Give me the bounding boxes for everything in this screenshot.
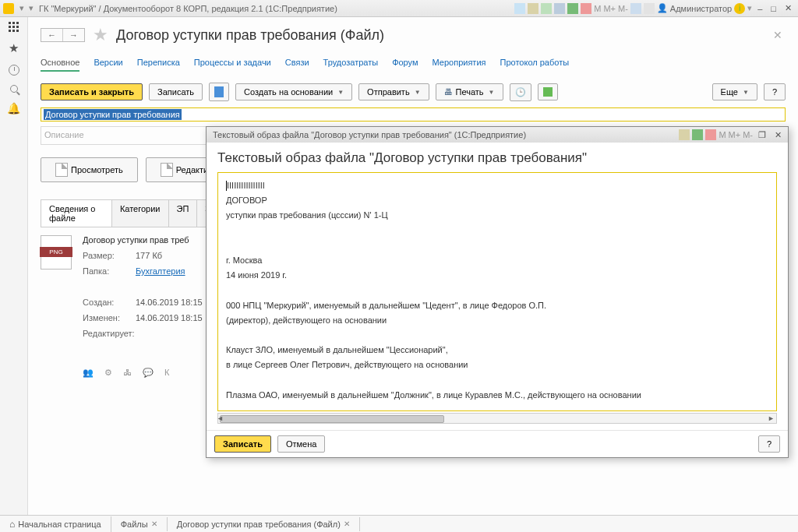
page-close-button[interactable]: ✕ [770, 26, 786, 44]
modal-heading: Текстовый образ файла "Договор уступки п… [217, 150, 777, 166]
section-tabs: Основное Версии Переписка Процессы и зад… [41, 55, 786, 72]
clock-icon[interactable] [630, 3, 641, 14]
folder-label: Папка: [83, 266, 129, 276]
app-titlebar: ▾▾ ГК "Меркурий" / Документооборот 8 КОР… [0, 0, 798, 17]
text-editor[interactable]: IIIIIIIIIIIIIIII ДОГОВОР уступки прав тр… [217, 172, 777, 411]
info-icon[interactable]: i [734, 3, 745, 14]
k-icon[interactable]: К [164, 368, 169, 378]
view-button[interactable]: Просмотреть [41, 157, 138, 182]
tab-file-info[interactable]: Сведения о файле [41, 200, 112, 227]
tab-processes[interactable]: Процессы и задачи [194, 55, 271, 72]
name-input[interactable]: Договор уступки прав требования [41, 107, 786, 122]
modal-folder-icon[interactable] [679, 129, 690, 140]
page-title: Договор уступки прав требования (Файл) [116, 27, 384, 44]
modal-calendar-icon[interactable] [692, 129, 703, 140]
notifications-icon[interactable]: 🔔 [7, 102, 20, 115]
titlebar-nav[interactable]: ▾▾ [17, 3, 36, 13]
app-icon [3, 3, 14, 14]
tab-links[interactable]: Связи [285, 55, 309, 72]
mminus-label[interactable]: M- [618, 4, 628, 13]
user-icon: 👤 [657, 3, 668, 13]
print-icon[interactable] [554, 3, 565, 14]
nav-buttons[interactable]: ←→ [41, 28, 85, 42]
editing-label: Редактирует: [83, 329, 145, 338]
horizontal-scrollbar[interactable]: ◄► [217, 413, 777, 424]
modified-value: 14.06.2019 18:15 [136, 313, 203, 322]
green-icon-button[interactable] [538, 83, 558, 100]
save-and-close-button[interactable]: Записать и закрыть [41, 83, 143, 100]
modal-mplus[interactable]: M+ [729, 130, 741, 139]
modal-help-button[interactable]: ? [758, 435, 780, 453]
minimize-button[interactable]: – [754, 4, 765, 13]
tab-forum[interactable]: Форум [392, 55, 418, 72]
gear-icon[interactable]: ⚙ [104, 368, 112, 378]
home-tab[interactable]: ⌂Начальная страница [0, 516, 111, 532]
modified-label: Изменен: [83, 313, 129, 322]
users-icon[interactable]: 👥 [83, 368, 94, 378]
tab-events[interactable]: Мероприятия [433, 55, 486, 72]
favorite-star-icon[interactable]: ★ [93, 25, 108, 45]
sidebar: ★ 🔔 [0, 17, 28, 515]
modal-restore-button[interactable]: ❐ [755, 130, 769, 140]
created-label: Создан: [83, 298, 129, 307]
file-type-badge [41, 235, 72, 270]
save-icon[interactable] [514, 3, 525, 14]
bottom-tab-bar: ⌂Начальная страница Файлы✕ Договор уступ… [0, 515, 798, 532]
maximize-button[interactable]: □ [768, 4, 779, 13]
help-button[interactable]: ? [764, 83, 786, 100]
size-value: 177 Кб [136, 251, 162, 260]
history-icon[interactable] [9, 65, 19, 76]
modal-title: Текстовый образ файла "Договор уступки п… [213, 130, 526, 139]
calendar2-icon[interactable] [581, 3, 591, 14]
modal-cancel-button[interactable]: Отмена [277, 435, 325, 453]
tab-labor[interactable]: Трудозатраты [323, 55, 379, 72]
clock-button[interactable]: 🕒 [510, 83, 531, 101]
tab-protocol[interactable]: Протокол работы [500, 55, 570, 72]
modal-close-button[interactable]: ✕ [772, 130, 785, 140]
modal-mminus[interactable]: M- [743, 130, 753, 139]
folder-link[interactable]: Бухгалтерия [136, 266, 185, 276]
current-tab[interactable]: Договор уступки прав требования (Файл)✕ [168, 517, 360, 531]
size-label: Размер: [83, 251, 129, 260]
tab-categories[interactable]: Категории [112, 200, 169, 227]
tab-versions[interactable]: Версии [94, 55, 122, 72]
modal-titlebar[interactable]: Текстовый образ файла "Договор уступки п… [207, 127, 788, 143]
document-icon [55, 163, 68, 177]
window-icon[interactable] [644, 3, 655, 14]
apps-icon[interactable] [9, 22, 19, 32]
document-icon-button[interactable] [209, 83, 229, 101]
mplus-label[interactable]: M+ [603, 4, 616, 13]
tab-signature[interactable]: ЭП [169, 200, 198, 227]
modal-m[interactable]: M [719, 130, 726, 139]
m-label[interactable]: M [594, 4, 601, 13]
folder-icon[interactable] [528, 3, 538, 14]
file-name: Договор уступки прав треб [83, 235, 203, 245]
create-based-button[interactable]: Создать на основании▼ [235, 83, 352, 100]
files-tab[interactable]: Файлы✕ [111, 517, 168, 531]
app-title: ГК "Меркурий" / Документооборот 8 КОРП, … [39, 4, 337, 13]
modal-save-button[interactable]: Записать [214, 435, 271, 453]
favorites-icon[interactable]: ★ [9, 41, 19, 55]
tree-icon[interactable]: 🖧 [123, 368, 132, 378]
edit-document-icon [161, 163, 173, 177]
more-button[interactable]: Еще▼ [712, 83, 757, 100]
created-value: 14.06.2019 18:15 [136, 298, 203, 307]
send-button[interactable]: Отправить▼ [358, 83, 429, 100]
print-button[interactable]: 🖶Печать▼ [436, 83, 503, 100]
calc-icon[interactable] [541, 3, 552, 14]
file-info-tabs: Сведения о файле Категории ЭП З [41, 199, 220, 227]
user-name[interactable]: Администратор [670, 4, 732, 13]
save-button[interactable]: Записать [149, 83, 203, 100]
search-icon[interactable] [10, 85, 18, 93]
modal-calendar2-icon[interactable] [705, 129, 716, 140]
calendar-icon[interactable] [567, 3, 578, 14]
text-image-modal: Текстовый образ файла "Договор уступки п… [206, 126, 789, 458]
tab-correspondence[interactable]: Переписка [137, 55, 180, 72]
tab-main[interactable]: Основное [41, 55, 79, 72]
comments-icon[interactable]: 💬 [143, 368, 154, 378]
close-button[interactable]: ✕ [782, 3, 795, 13]
